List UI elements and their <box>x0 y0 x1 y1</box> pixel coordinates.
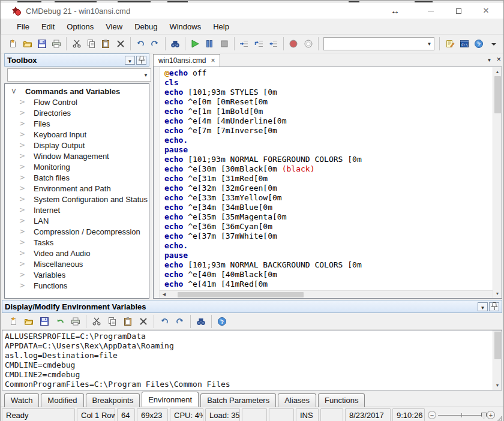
find-button[interactable] <box>193 314 209 329</box>
zoom-out-button[interactable]: − <box>428 411 436 419</box>
toolbox-item-flow-control[interactable]: >Flow Control <box>5 97 149 107</box>
delete-button[interactable] <box>113 36 128 52</box>
tab-batch-parameters[interactable]: Batch Parameters <box>200 393 276 407</box>
print-button[interactable] <box>68 314 83 329</box>
redo-button[interactable] <box>148 36 162 52</box>
toolbox-item-internet[interactable]: >Internet <box>5 205 149 215</box>
tab-list-dropdown-icon[interactable] <box>487 55 491 64</box>
horizontal-scroll-thumb[interactable] <box>178 292 304 297</box>
toolbox-menu-button[interactable] <box>125 56 135 65</box>
delete-button[interactable] <box>136 314 151 329</box>
zoom-slider[interactable]: −+ <box>428 408 495 421</box>
toolbox-filter-input[interactable] <box>8 70 141 80</box>
scroll-left-icon[interactable] <box>160 290 169 299</box>
undo-button[interactable] <box>133 36 148 52</box>
tab-environment[interactable]: Environment <box>142 392 199 407</box>
toolbox-item-commands-and-variables[interactable]: >Commands and Variables <box>5 86 149 97</box>
maximize-button[interactable] <box>445 3 472 19</box>
print-button[interactable] <box>49 36 64 52</box>
caret-down-icon[interactable] <box>424 38 434 50</box>
set-breakpoint-button[interactable] <box>286 36 301 52</box>
toolbox-item-window-management[interactable]: >Window Management <box>5 151 149 161</box>
zoom-in-button[interactable]: + <box>487 411 495 419</box>
tab-functions[interactable]: Functions <box>318 393 365 407</box>
close-button[interactable] <box>472 3 500 19</box>
code-view[interactable]: @echo offclsecho [101;93m STYLES [0mecho… <box>160 67 493 290</box>
close-tab-icon[interactable] <box>211 56 215 65</box>
more-options-button[interactable] <box>487 36 501 52</box>
step-over-button[interactable] <box>251 36 266 52</box>
command-input-field[interactable] <box>324 38 425 49</box>
code-editor[interactable]: @echo offclsecho [101;93m STYLES [0mecho… <box>153 67 502 299</box>
new-item-button[interactable] <box>5 314 21 329</box>
environment-vertical-scrollbar[interactable] <box>493 330 502 390</box>
environment-menu-button[interactable] <box>478 302 488 311</box>
paste-button[interactable] <box>98 36 113 52</box>
tab-modified[interactable]: Modified <box>41 393 83 407</box>
environment-variables-view[interactable]: ALLUSERSPROFILE=C:\ProgramDataAPPDATA=C:… <box>2 330 502 390</box>
resize-grip[interactable] <box>495 408 502 421</box>
tab-watch[interactable]: Watch <box>4 393 39 407</box>
pause-button[interactable] <box>202 36 217 52</box>
cut-button[interactable] <box>69 36 83 52</box>
copy-button[interactable] <box>84 36 98 52</box>
toolbox-item-batch-files[interactable]: >Batch files <box>5 172 149 183</box>
step-out-button[interactable] <box>266 36 281 52</box>
zoom-slider-thumb[interactable] <box>481 413 487 419</box>
toolbox-item-environment-and-path[interactable]: >Environment and Path <box>5 183 149 194</box>
menu-view[interactable]: View <box>100 20 128 34</box>
menu-options[interactable]: Options <box>61 20 100 34</box>
open-file-button[interactable] <box>20 36 34 52</box>
toolbox-pin-button[interactable] <box>136 56 146 65</box>
menu-edit[interactable]: Edit <box>35 20 61 34</box>
environment-pin-button[interactable] <box>489 302 499 311</box>
editor-horizontal-scrollbar[interactable] <box>160 290 493 298</box>
minimize-button[interactable] <box>417 3 445 19</box>
new-file-button[interactable] <box>5 36 20 52</box>
command-input-combobox[interactable] <box>323 37 435 50</box>
paste-button[interactable] <box>120 314 136 329</box>
toolbox-item-functions[interactable]: >Functions <box>5 280 149 291</box>
toolbox-filter-combobox[interactable] <box>7 68 151 82</box>
open-button[interactable] <box>21 314 37 329</box>
menu-file[interactable]: File <box>11 20 35 34</box>
save-button[interactable] <box>37 314 52 329</box>
command-window-button[interactable]: C:\ <box>457 36 472 52</box>
revert-button[interactable] <box>52 314 68 329</box>
menu-debug[interactable]: Debug <box>128 20 163 34</box>
vertical-scroll-thumb[interactable] <box>494 332 501 359</box>
toolbox-item-lan[interactable]: >LAN <box>5 215 149 226</box>
undo-button[interactable] <box>157 314 172 329</box>
toolbox-item-tasks[interactable]: >Tasks <box>5 237 149 248</box>
copy-button[interactable] <box>104 314 120 329</box>
edit-command-button[interactable] <box>442 36 457 52</box>
toolbox-item-directories[interactable]: >Directories <box>5 107 149 118</box>
scroll-down-icon[interactable] <box>493 381 502 390</box>
zoom-slider-track[interactable] <box>438 415 485 416</box>
help-button[interactable]: ? <box>472 36 486 52</box>
env-variable-line[interactable]: CMDLINE2=cmdebug <box>5 370 493 380</box>
help-button[interactable]: ? <box>214 314 230 329</box>
toolbox-item-display-output[interactable]: >Display Output <box>5 140 149 151</box>
toolbox-item-files[interactable]: >Files <box>5 118 149 129</box>
tab-aliases[interactable]: Aliases <box>278 393 316 407</box>
env-variable-line[interactable]: CommonProgramFiles=C:\Program Files\Comm… <box>5 380 493 389</box>
menu-help[interactable]: Help <box>207 20 235 34</box>
editor-vertical-scrollbar[interactable] <box>493 67 502 298</box>
step-into-button[interactable] <box>237 36 251 52</box>
find-button[interactable] <box>168 36 182 52</box>
env-variable-line[interactable]: APPDATA=C:\Users\Rex\AppData\Roaming <box>5 341 493 351</box>
toolbox-item-variables[interactable]: >Variables <box>5 269 149 280</box>
toolbox-item-compression-decompression[interactable]: >Compression / Decompression <box>5 226 149 237</box>
caret-down-icon[interactable] <box>141 69 151 81</box>
env-variable-line[interactable]: ALLUSERSPROFILE=C:\ProgramData <box>5 332 493 341</box>
tab-breakpoints[interactable]: Breakpoints <box>86 393 140 407</box>
save-file-button[interactable] <box>35 36 49 52</box>
tab-win10ansi[interactable]: win10ansi.cmd <box>153 54 220 67</box>
run-button[interactable] <box>188 36 202 52</box>
toolbox-item-video-and-audio[interactable]: >Video and Audio <box>5 248 149 258</box>
scroll-up-icon[interactable] <box>493 67 502 76</box>
env-variable-line[interactable]: CommonProgramFiles(x86)=C:\Program Files… <box>5 389 493 390</box>
redo-button[interactable] <box>172 314 188 329</box>
stop-button[interactable] <box>217 36 232 52</box>
